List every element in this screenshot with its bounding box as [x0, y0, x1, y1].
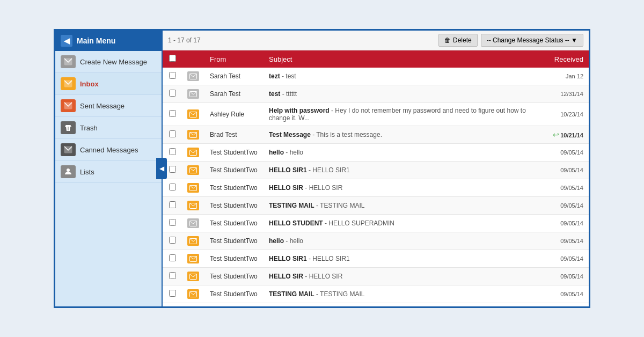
- sidebar-item-inbox[interactable]: Inbox: [55, 73, 162, 95]
- inbox-label: Inbox: [80, 80, 99, 88]
- row-subject[interactable]: HELLO SIR - HELLO SIR: [264, 179, 546, 197]
- back-arrow-icon[interactable]: ◀: [61, 35, 72, 47]
- row-checkbox[interactable]: [169, 272, 176, 279]
- create-new-message-label: Create New Message: [80, 58, 147, 66]
- row-icon-cell: [182, 232, 204, 250]
- row-from: Brad Test: [204, 126, 264, 144]
- row-checkbox[interactable]: [169, 184, 176, 191]
- table-row[interactable]: Brad TestTest Message - This is a test m…: [163, 126, 589, 144]
- sidebar-item-sent-message[interactable]: Sent Message: [55, 95, 162, 117]
- table-row[interactable]: Ashley RuleHelp with password - Hey I do…: [163, 103, 589, 126]
- row-checkbox-cell: [163, 250, 182, 268]
- read-mail-icon: [187, 89, 199, 99]
- row-subject[interactable]: HELLO SIR - HELLO SIR: [264, 268, 546, 285]
- table-row[interactable]: Test StudentTwoHELLO SIR - HELLO SIR09/0…: [163, 179, 589, 197]
- subject-rest-text: - HELLO SIR: [303, 184, 342, 192]
- sidebar-item-canned-messages[interactable]: Canned Messages: [55, 139, 162, 161]
- unread-mail-icon: [187, 165, 199, 175]
- row-checkbox-cell: [163, 68, 182, 85]
- table-row[interactable]: Sarah Testtest - tttttt12/31/14: [163, 85, 589, 103]
- table-row[interactable]: Test StudentTwoHELLO SIR - HELLO SIR09/0…: [163, 268, 589, 285]
- unread-mail-icon: [187, 148, 199, 157]
- svg-point-7: [67, 169, 70, 172]
- svg-rect-4: [65, 126, 71, 127]
- row-checkbox[interactable]: [169, 219, 176, 226]
- row-checkbox-cell: [163, 285, 182, 303]
- row-subject[interactable]: Test Message - This is a test message.: [264, 126, 546, 144]
- table-row[interactable]: Test StudentTwoHELLO STUDENT - HELLO SUP…: [163, 215, 589, 232]
- row-subject[interactable]: TESTING MAIL - TESTING MAIL: [264, 197, 546, 215]
- row-checkbox[interactable]: [169, 130, 176, 137]
- row-from: Test StudentTwo: [204, 268, 264, 285]
- row-subject[interactable]: hello - hello: [264, 144, 546, 162]
- row-subject[interactable]: HELLO SIR1 - HELLO SIR1: [264, 162, 546, 179]
- sidebar-item-trash[interactable]: Trash: [55, 117, 162, 139]
- row-checkbox-cell: [163, 215, 182, 232]
- header-icon: [182, 50, 204, 68]
- row-subject[interactable]: hello - hello: [264, 232, 546, 250]
- table-row[interactable]: Test StudentTwoHELLO SIR1 - HELLO SIR109…: [163, 250, 589, 268]
- row-from: Test StudentTwo: [204, 162, 264, 179]
- table-row[interactable]: Sarah Testtezt - testJan 12: [163, 68, 589, 85]
- subject-rest-text: - HELLO SIR: [303, 273, 342, 280]
- row-received: 10/23/14: [546, 103, 589, 126]
- received-date: 09/05/14: [560, 273, 583, 280]
- header-received: Received: [546, 50, 589, 68]
- sent-message-label: Sent Message: [80, 102, 125, 110]
- row-checkbox[interactable]: [169, 166, 176, 173]
- row-checkbox[interactable]: [169, 148, 176, 155]
- select-all-checkbox[interactable]: [169, 55, 176, 62]
- sidebar-item-create-new-message[interactable]: Create New Message: [55, 51, 162, 73]
- row-received: Jan 12: [546, 68, 589, 85]
- row-from: Ashley Rule: [204, 103, 264, 126]
- row-checkbox[interactable]: [169, 254, 176, 261]
- trash-icon: [61, 121, 76, 134]
- sidebar-header[interactable]: ◀ Main Menu: [55, 31, 162, 51]
- row-received: 12/31/14: [546, 85, 589, 103]
- unread-mail-icon: [187, 254, 199, 263]
- row-subject[interactable]: tezt - test: [264, 68, 546, 85]
- trash-label: Trash: [80, 124, 98, 132]
- row-from: Test StudentTwo: [204, 179, 264, 197]
- row-checkbox[interactable]: [169, 72, 176, 79]
- header-subject: Subject: [264, 50, 546, 68]
- row-subject[interactable]: HELLO STUDENT - HELLO SUPERADMIN: [264, 215, 546, 232]
- received-date: 10/23/14: [560, 111, 583, 118]
- pagination-info: 1 - 17 of 17: [168, 36, 201, 44]
- row-icon-cell: [182, 85, 204, 103]
- inbox-icon: [61, 77, 76, 90]
- sidebar-header-label: Main Menu: [77, 36, 115, 45]
- received-date: 09/05/14: [560, 238, 583, 244]
- row-subject[interactable]: HELLO SIR1 - HELLO SIR1: [264, 250, 546, 268]
- sidebar-item-lists[interactable]: Lists: [55, 161, 162, 183]
- row-subject[interactable]: test - tttttt: [264, 85, 546, 103]
- change-status-button[interactable]: -- Change Message Status -- ▼: [481, 34, 583, 47]
- row-checkbox-cell: [163, 85, 182, 103]
- row-subject[interactable]: Help with password - Hey I do not rememb…: [264, 103, 546, 126]
- subject-bold-text: HELLO SIR: [269, 273, 303, 280]
- row-checkbox[interactable]: [169, 201, 176, 208]
- subject-bold-text: Help with password: [269, 107, 330, 114]
- row-checkbox[interactable]: [169, 90, 176, 97]
- row-checkbox[interactable]: [169, 237, 176, 244]
- table-row[interactable]: Test StudentTwohello - hello09/05/14: [163, 232, 589, 250]
- received-date: 10/21/14: [560, 132, 583, 138]
- table-row[interactable]: Test StudentTwoTESTING MAIL - TESTING MA…: [163, 285, 589, 303]
- header-select-all[interactable]: [163, 50, 182, 68]
- table-row[interactable]: Test StudentTwoTESTING MAIL - TESTING MA…: [163, 197, 589, 215]
- row-checkbox-cell: [163, 179, 182, 197]
- row-icon-cell: [182, 162, 204, 179]
- table-row[interactable]: Test StudentTwoHELLO SIR1 - HELLO SIR109…: [163, 162, 589, 179]
- row-subject[interactable]: TESTING MAIL - TESTING MAIL: [264, 285, 546, 303]
- delete-button[interactable]: 🗑 Delete: [438, 34, 478, 47]
- unread-mail-icon: [187, 109, 199, 119]
- subject-bold-text: Test Message: [269, 131, 311, 138]
- row-checkbox[interactable]: [169, 290, 176, 297]
- subject-rest-text: - TESTING MAIL: [314, 202, 365, 209]
- row-checkbox[interactable]: [169, 110, 176, 117]
- sidebar-collapse-button[interactable]: ◀: [156, 158, 167, 179]
- row-from: Test StudentTwo: [204, 215, 264, 232]
- subject-bold-text: hello: [269, 149, 284, 156]
- table-row[interactable]: Test StudentTwohello - hello09/05/14: [163, 144, 589, 162]
- toolbar-actions: 🗑 Delete -- Change Message Status -- ▼: [438, 34, 583, 47]
